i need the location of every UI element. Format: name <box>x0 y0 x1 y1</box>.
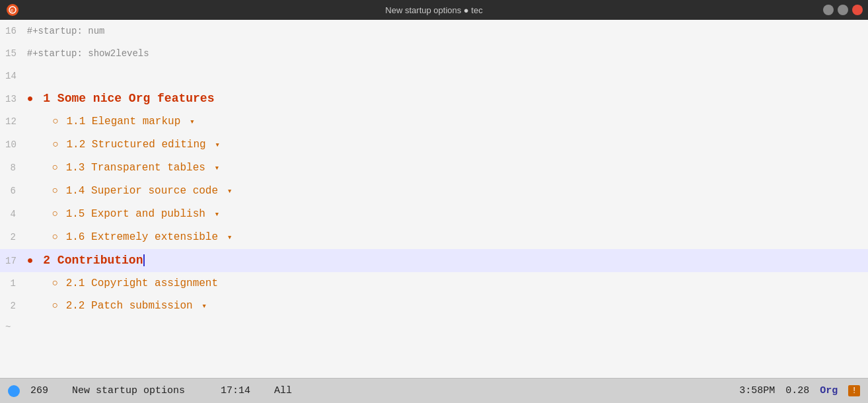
window-title: New startup options ● tec <box>385 5 482 15</box>
status-right: 3:58PM 0.28 Org ! <box>739 385 860 396</box>
heading-text: 1.3 Transparent tables <box>66 162 205 174</box>
line-13: 13 ● 1 Some nice Org features <box>0 87 868 110</box>
status-dot <box>8 385 20 397</box>
line-6: 6 ○ 1.4 Superior source code ▾ <box>0 180 868 203</box>
bullet-icon: ○ <box>52 208 58 220</box>
status-info: 269 New startup options 17:14 All <box>30 385 739 396</box>
heading2: ○ 1.1 Elegant markup ▾ <box>27 111 195 133</box>
maximize-button[interactable] <box>838 5 848 15</box>
cpu-load: 0.28 <box>785 385 809 396</box>
tilde-line: ~ <box>0 318 868 336</box>
fold-icon: ▾ <box>215 140 220 150</box>
fold-icon: ▾ <box>190 117 195 127</box>
fold-icon: ▾ <box>227 233 233 242</box>
heading-text: 1.4 Superior source code <box>66 185 218 197</box>
heading-text: 1.6 Extremely extensible <box>66 231 218 243</box>
heading1: ● 1 Some nice Org features <box>27 88 215 110</box>
line-number: 17 <box>0 250 27 272</box>
heading-text: 1.2 Structured editing <box>66 139 205 151</box>
line-number: 14 <box>0 65 27 87</box>
minimize-button[interactable] <box>823 5 834 15</box>
line-14: 14 <box>0 65 868 87</box>
heading2: ○ 1.6 Extremely extensible ▾ <box>26 227 233 248</box>
heading2: ○ 1.4 Superior source code ▾ <box>26 180 233 202</box>
heading1-cursor: ● 2 Contribution <box>27 250 145 272</box>
line-number: 16 <box>0 20 27 42</box>
app-icon: e <box>7 4 18 16</box>
bullet-icon: ○ <box>52 162 58 174</box>
fold-icon: ▾ <box>227 186 233 196</box>
editor[interactable]: 16 #+startup: num 15 #+startup: show2lev… <box>0 20 868 378</box>
line-number: 6 <box>0 180 26 202</box>
line-16: 16 #+startup: num <box>0 20 868 42</box>
bullet-icon: ○ <box>52 139 59 151</box>
heading2: ○ 1.2 Structured editing ▾ <box>27 134 220 156</box>
filename: New startup options <box>72 385 185 396</box>
heading-text: 2.2 Patch submission <box>66 300 193 312</box>
line-2-1: 2 ○ 1.6 Extremely extensible ▾ <box>0 226 868 249</box>
titlebar: e New startup options ● tec <box>0 0 868 20</box>
bullet-icon: ● <box>27 93 34 105</box>
heading-text: 2.1 Copyright assignment <box>66 277 218 289</box>
line-number: 12 <box>0 111 27 132</box>
fold-icon: ▾ <box>214 163 219 173</box>
heading2: ○ 2.2 Patch submission ▾ <box>26 295 207 317</box>
bullet-icon: ○ <box>52 277 58 289</box>
line-text: #+startup: num <box>27 20 105 42</box>
heading-text: 2 Contribution <box>43 254 143 267</box>
statusbar: 269 New startup options 17:14 All 3:58PM… <box>0 378 868 403</box>
mode-indicator: Org <box>820 385 838 396</box>
fold-icon: ▾ <box>214 209 219 219</box>
heading-text: 1.1 Elegant markup <box>66 116 180 128</box>
bullet-icon: ○ <box>52 231 58 243</box>
heading2: ○ 2.1 Copyright assignment <box>26 273 218 294</box>
line-number: 1 <box>0 273 26 294</box>
time: 3:58PM <box>739 385 775 396</box>
line-10: 10 ○ 1.2 Structured editing ▾ <box>0 133 868 157</box>
line-text: #+startup: show2levels <box>27 43 149 64</box>
bullet-icon: ● <box>27 255 34 267</box>
window-controls <box>823 5 863 15</box>
close-button[interactable] <box>852 5 863 15</box>
line-count: 269 <box>30 385 48 396</box>
scroll-pos: All <box>274 385 292 396</box>
line-2-2: 2 ○ 2.2 Patch submission ▾ <box>0 295 868 318</box>
warning-icon: ! <box>848 385 860 396</box>
line-number: 2 <box>0 227 26 248</box>
line-number: 8 <box>0 157 26 178</box>
svg-text:e: e <box>11 8 13 13</box>
line-1: 1 ○ 2.1 Copyright assignment <box>0 272 868 295</box>
fold-icon: ▾ <box>201 301 207 311</box>
line-15: 15 #+startup: show2levels <box>0 42 868 65</box>
line-number: 4 <box>0 203 26 225</box>
line-number: 10 <box>0 134 27 155</box>
line-12: 12 ○ 1.1 Elegant markup ▾ <box>0 110 868 133</box>
bullet-icon: ○ <box>52 300 58 312</box>
heading-text: 1 Some nice Org features <box>43 92 214 105</box>
line-4: 4 ○ 1.5 Export and publish ▾ <box>0 203 868 226</box>
editor-content: 16 #+startup: num 15 #+startup: show2lev… <box>0 20 868 378</box>
line-17[interactable]: 17 ● 2 Contribution <box>0 249 868 272</box>
heading2: ○ 1.5 Export and publish ▾ <box>26 203 219 225</box>
position: 17:14 <box>221 385 250 396</box>
heading2: ○ 1.3 Transparent tables ▾ <box>26 157 219 179</box>
bullet-icon: ○ <box>52 116 59 128</box>
line-number: 2 <box>0 295 26 316</box>
line-number: 13 <box>0 89 27 110</box>
bullet-icon: ○ <box>52 185 58 197</box>
text-cursor <box>143 254 145 266</box>
line-8: 8 ○ 1.3 Transparent tables ▾ <box>0 157 868 180</box>
line-number: 15 <box>0 43 27 64</box>
heading-text: 1.5 Export and publish <box>66 208 205 220</box>
